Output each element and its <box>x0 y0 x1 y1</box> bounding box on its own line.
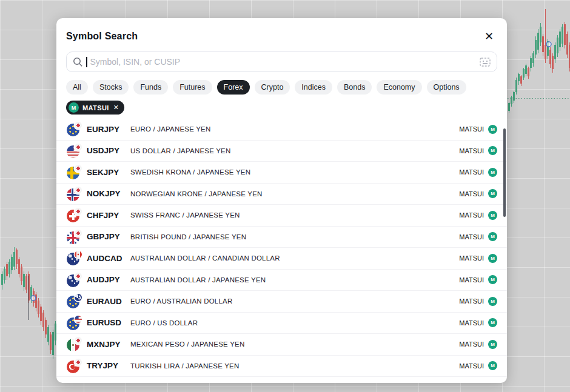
exchange-source-label: MATSUI <box>459 362 484 370</box>
symbol-description: NORWEGIAN KRONE / JAPANESE YEN <box>130 190 459 198</box>
exchange-source-label: MATSUI <box>459 168 484 176</box>
matsui-badge-icon: M <box>69 102 79 113</box>
currency-pair-flag-icon <box>66 316 87 330</box>
exchange-badge-icon: M <box>488 340 497 349</box>
virtual-keyboard-icon[interactable] <box>480 58 491 67</box>
symbol-name: EURUSD <box>87 318 130 327</box>
chip-remove-icon[interactable]: ✕ <box>113 104 119 111</box>
symbol-description: TURKISH LIRA / JAPANESE YEN <box>130 362 459 370</box>
currency-pair-flag-icon <box>66 337 87 351</box>
currency-pair-flag-icon <box>66 144 87 158</box>
symbol-name: AUDCAD <box>87 254 130 263</box>
currency-pair-flag-icon <box>66 165 87 179</box>
currency-pair-flag-icon <box>66 230 87 244</box>
symbol-row-audjpy[interactable]: AUDJPY AUSTRALIAN DOLLAR / JAPANESE YEN … <box>56 270 507 291</box>
symbol-description: SWISS FRANC / JAPANESE YEN <box>130 211 459 219</box>
symbol-row-audcad[interactable]: AUDCAD AUSTRALIAN DOLLAR / CANADIAN DOLL… <box>56 248 507 270</box>
exchange-badge-icon: M <box>488 232 497 241</box>
symbol-result-list: EURJPY EURO / JAPANESE YEN MATSUI M USDJ… <box>56 119 507 377</box>
currency-pair-flag-icon <box>66 273 87 287</box>
symbol-name: CHFJPY <box>87 211 130 220</box>
exchange-badge-icon: M <box>488 254 497 263</box>
symbol-name: SEKJPY <box>87 168 130 177</box>
filter-tab-stocks[interactable]: Stocks <box>93 80 129 95</box>
exchange-source-label: MATSUI <box>459 254 484 262</box>
exchange-source-label: MATSUI <box>459 233 484 241</box>
text-caret <box>86 57 87 67</box>
symbol-row-euraud[interactable]: EURAUD EURO / AUSTRALIAN DOLLAR MATSUI M <box>56 291 507 313</box>
filter-tab-all[interactable]: All <box>66 80 88 95</box>
exchange-badge-icon: M <box>488 297 497 306</box>
filter-tab-futures[interactable]: Futures <box>173 80 212 95</box>
source-filter-chip[interactable]: M MATSUI ✕ <box>66 101 124 115</box>
exchange-badge-icon: M <box>488 168 497 177</box>
filter-tab-funds[interactable]: Funds <box>133 80 168 95</box>
symbol-name: EURJPY <box>87 125 130 134</box>
symbol-description: EURO / US DOLLAR <box>130 319 459 327</box>
exchange-badge-icon: M <box>488 189 497 198</box>
page-title: Symbol Search <box>66 31 138 42</box>
exchange-source-label: MATSUI <box>459 319 484 327</box>
exchange-source-label: MATSUI <box>459 276 484 284</box>
symbol-name: MXNJPY <box>87 340 130 349</box>
currency-pair-flag-icon <box>66 208 87 222</box>
currency-pair-flag-icon <box>66 122 87 136</box>
scrollbar-thumb[interactable] <box>503 128 506 217</box>
currency-pair-flag-icon <box>66 251 87 265</box>
search-input[interactable] <box>90 57 477 67</box>
chip-label: MATSUI <box>82 104 109 111</box>
close-button[interactable]: ✕ <box>482 30 496 43</box>
currency-pair-flag-icon <box>66 359 87 373</box>
symbol-description: EURO / JAPANESE YEN <box>130 125 459 133</box>
exchange-badge-icon: M <box>488 211 497 220</box>
filter-tab-economy[interactable]: Economy <box>377 80 421 95</box>
symbol-description: AUSTRALIAN DOLLAR / CANADIAN DOLLAR <box>130 254 459 262</box>
close-icon: ✕ <box>485 30 494 42</box>
symbol-name: EURAUD <box>87 297 130 306</box>
exchange-badge-icon: M <box>488 275 497 284</box>
exchange-source-label: MATSUI <box>459 211 484 219</box>
filter-tabs: AllStocksFundsFuturesForexCryptoIndicesB… <box>66 80 497 95</box>
search-icon <box>73 57 83 67</box>
exchange-badge-icon: M <box>488 318 497 327</box>
symbol-row-chfjpy[interactable]: CHFJPY SWISS FRANC / JAPANESE YEN MATSUI… <box>56 205 507 227</box>
active-filter-row: M MATSUI ✕ <box>66 101 497 115</box>
symbol-row-usdjpy[interactable]: USDJPY US DOLLAR / JAPANESE YEN MATSUI M <box>56 141 507 162</box>
symbol-name: GBPJPY <box>87 232 130 241</box>
symbol-description: EURO / AUSTRALIAN DOLLAR <box>130 297 459 305</box>
exchange-badge-icon: M <box>488 361 497 370</box>
filter-tab-forex[interactable]: Forex <box>217 80 250 95</box>
symbol-row-eurusd[interactable]: EURUSD EURO / US DOLLAR MATSUI M <box>56 313 507 334</box>
currency-pair-flag-icon <box>66 187 87 201</box>
currency-pair-flag-icon <box>66 294 87 308</box>
symbol-row-sekjpy[interactable]: SEKJPY SWEDISH KRONA / JAPANESE YEN MATS… <box>56 162 507 184</box>
symbol-description: US DOLLAR / JAPANESE YEN <box>130 147 459 154</box>
filter-tab-options[interactable]: Options <box>427 80 466 95</box>
exchange-source-label: MATSUI <box>459 190 484 198</box>
exchange-source-label: MATSUI <box>459 341 484 348</box>
dialog-header: Symbol Search ✕ <box>56 18 507 47</box>
symbol-name: TRYJPY <box>87 361 130 370</box>
symbol-description: MEXICAN PESO / JAPANESE YEN <box>130 341 459 348</box>
symbol-row-gbpjpy[interactable]: GBPJPY BRITISH POUND / JAPANESE YEN MATS… <box>56 227 507 248</box>
filter-tab-indices[interactable]: Indices <box>295 80 332 95</box>
symbol-description: AUSTRALIAN DOLLAR / JAPANESE YEN <box>130 276 459 284</box>
exchange-source-label: MATSUI <box>459 125 484 133</box>
search-box[interactable] <box>66 51 497 72</box>
symbol-row-mxnjpy[interactable]: MXNJPY MEXICAN PESO / JAPANESE YEN MATSU… <box>56 334 507 356</box>
symbol-description: SWEDISH KRONA / JAPANESE YEN <box>130 168 459 176</box>
symbol-description: BRITISH POUND / JAPANESE YEN <box>130 233 459 241</box>
symbol-name: AUDJPY <box>87 275 130 284</box>
symbol-row-nokjpy[interactable]: NOKJPY NORWEGIAN KRONE / JAPANESE YEN MA… <box>56 184 507 205</box>
symbol-name: NOKJPY <box>87 189 130 198</box>
filter-tab-crypto[interactable]: Crypto <box>255 80 290 95</box>
exchange-badge-icon: M <box>488 146 497 155</box>
exchange-badge-icon: M <box>488 125 497 134</box>
exchange-source-label: MATSUI <box>459 147 484 154</box>
filter-tab-bonds[interactable]: Bonds <box>337 80 372 95</box>
exchange-source-label: MATSUI <box>459 297 484 305</box>
symbol-row-tryjpy[interactable]: TRYJPY TURKISH LIRA / JAPANESE YEN MATSU… <box>56 356 507 377</box>
symbol-row-eurjpy[interactable]: EURJPY EURO / JAPANESE YEN MATSUI M <box>56 119 507 141</box>
symbol-search-dialog: Symbol Search ✕ AllStocksFundsFuturesFor… <box>56 18 507 383</box>
symbol-name: USDJPY <box>87 146 130 155</box>
